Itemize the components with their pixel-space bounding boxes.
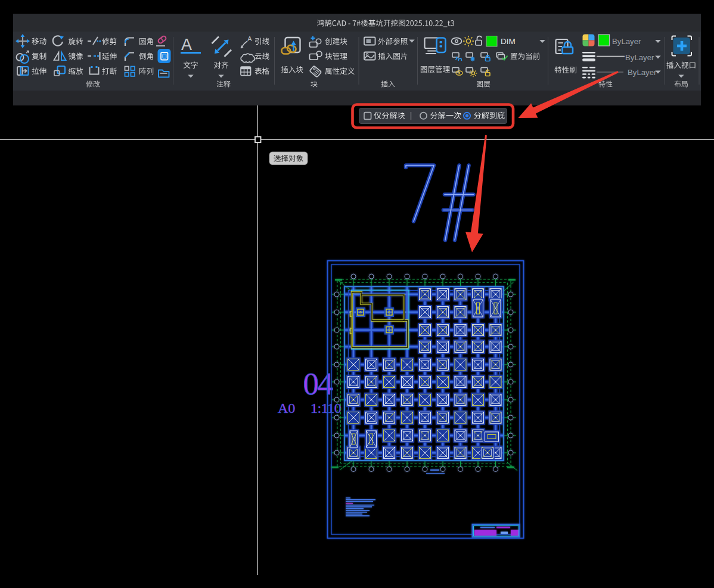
svg-text:DIM: DIM [501,37,516,46]
svg-text:A0: A0 [278,400,295,416]
svg-text:04: 04 [303,366,333,401]
svg-text:A: A [181,36,192,54]
svg-text:ByLayer: ByLayer [625,53,654,62]
svg-text:ByLayer: ByLayer [628,68,657,77]
svg-text:A: A [247,35,252,42]
svg-text:ByLayer: ByLayer [612,37,641,46]
